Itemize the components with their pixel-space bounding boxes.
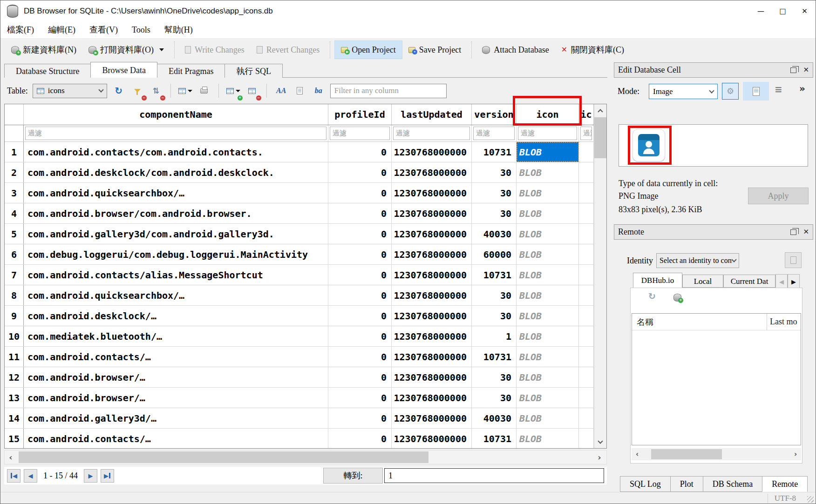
dictionary-button[interactable] (293, 83, 307, 99)
cell-lastUpdated[interactable]: 1230768000000 (392, 326, 472, 346)
previous-record-button[interactable]: ◀ (24, 469, 37, 483)
dock-tab-remote[interactable]: Remote (762, 476, 808, 492)
cell-extra[interactable] (579, 224, 594, 244)
menu-item-help[interactable]: 幫助(H) (164, 24, 193, 35)
cell-icon[interactable]: BLOB (517, 203, 579, 223)
tab-scroll-left-icon[interactable]: ◀ (775, 274, 788, 289)
encoding-label[interactable]: UTF-8 (768, 494, 796, 503)
remote-horizontal-scrollbar[interactable]: ‹ › (632, 448, 801, 460)
cell-lastUpdated[interactable]: 1230768000000 (392, 224, 472, 244)
cell-componentName[interactable]: com.android.gallery3d/com.android.galler… (24, 224, 328, 244)
global-filter-input[interactable] (330, 84, 447, 98)
cell-extra[interactable] (579, 388, 594, 408)
column-header-profileId[interactable]: profileId (328, 104, 392, 125)
tab-edit-pragmas[interactable]: Edit Pragmas (157, 64, 225, 78)
cell-profileId[interactable]: 0 (328, 224, 392, 244)
cell-componentName[interactable]: com.android.deskclock/… (24, 306, 328, 326)
save-project-button[interactable]: ▪ Save Project (402, 40, 467, 59)
cell-lastUpdated[interactable]: 1230768000000 (392, 183, 472, 203)
row-number[interactable]: 6 (5, 244, 24, 264)
table-row[interactable]: 15 com.android.contacts/… 0 123076800000… (5, 429, 594, 449)
cell-icon[interactable]: BLOB (517, 408, 579, 428)
cell-icon[interactable]: BLOB (517, 388, 579, 408)
remote-list-column-name[interactable]: 名稱 (632, 316, 767, 328)
tab-browse-data[interactable]: Browse Data (90, 62, 157, 78)
table-row[interactable]: 1 com.android.contacts/com.android.conta… (5, 142, 594, 162)
clear-sorting-button[interactable]: ⇅− (149, 83, 163, 99)
cell-profileId[interactable]: 0 (328, 162, 392, 182)
cell-version[interactable]: 10731 (472, 265, 517, 285)
tab-scroll-right-icon[interactable]: ▶ (788, 274, 800, 289)
cell-profileId[interactable]: 0 (328, 429, 392, 449)
row-number[interactable]: 2 (5, 162, 24, 182)
row-number[interactable]: 1 (5, 142, 24, 162)
row-number[interactable]: 5 (5, 224, 24, 244)
text-mode-button[interactable] (743, 82, 769, 101)
cell-extra[interactable] (579, 142, 594, 162)
cell-extra[interactable] (579, 285, 594, 305)
cell-componentName[interactable]: com.android.deskclock/com.android.deskcl… (24, 162, 328, 182)
row-number[interactable]: 9 (5, 306, 24, 326)
cell-lastUpdated[interactable]: 1230768000000 (392, 203, 472, 223)
attach-database-button[interactable]: Attach Database (476, 40, 555, 59)
table-row[interactable]: 2 com.android.deskclock/com.android.desk… (5, 162, 594, 183)
dock-tab-sql-log[interactable]: SQL Log (620, 476, 671, 492)
horizontal-scrollbar[interactable]: ‹ › (4, 450, 607, 464)
cell-componentName[interactable]: com.debug.loggerui/com.debug.loggerui.Ma… (24, 244, 328, 264)
cell-profileId[interactable]: 0 (328, 285, 392, 305)
cell-profileId[interactable]: 0 (328, 347, 392, 367)
cell-profileId[interactable]: 0 (328, 388, 392, 408)
open-database-button[interactable]: ▸ 打開資料庫(O) (82, 40, 170, 59)
scroll-left-icon[interactable]: ‹ (632, 448, 643, 460)
table-select[interactable]: icons (33, 84, 107, 98)
remote-tab-current-database[interactable]: Current Dat (723, 275, 775, 288)
cell-lastUpdated[interactable]: 1230768000000 (392, 429, 472, 449)
cell-lastUpdated[interactable]: 1230768000000 (392, 162, 472, 182)
cell-lastUpdated[interactable]: 1230768000000 (392, 388, 472, 408)
table-row[interactable]: 9 com.android.deskclock/… 0 123076800000… (5, 306, 594, 326)
cell-extra[interactable] (579, 265, 594, 285)
cell-lastUpdated[interactable]: 1230768000000 (392, 306, 472, 326)
column-header-extra[interactable]: ic (579, 104, 594, 125)
cell-extra[interactable] (579, 244, 594, 264)
table-row[interactable]: 11 com.android.contacts/… 0 123076800000… (5, 347, 594, 367)
minimize-button[interactable]: — (750, 0, 772, 21)
cell-icon[interactable]: BLOB (517, 162, 579, 182)
cell-componentName[interactable]: com.android.contacts/… (24, 347, 328, 367)
column-header-version[interactable]: version (472, 104, 517, 125)
vertical-scroll-thumb[interactable] (594, 117, 606, 158)
scroll-up-icon[interactable] (594, 104, 606, 117)
cell-extra[interactable] (579, 203, 594, 223)
open-database-dropdown-icon[interactable] (159, 48, 164, 51)
table-row[interactable]: 5 com.android.gallery3d/com.android.gall… (5, 224, 594, 244)
insert-record-dropdown-icon[interactable] (236, 90, 240, 92)
cell-profileId[interactable]: 0 (328, 306, 392, 326)
cell-extra[interactable] (579, 162, 594, 182)
table-row[interactable]: 8 com.android.quicksearchbox/… 0 1230768… (5, 285, 594, 306)
cell-icon[interactable]: BLOB (517, 326, 579, 346)
float-panel-icon[interactable] (790, 67, 796, 73)
cell-lastUpdated[interactable]: 1230768000000 (392, 265, 472, 285)
remote-refresh-icon[interactable]: ↻ (648, 292, 656, 301)
cell-profileId[interactable]: 0 (328, 142, 392, 162)
tab-execute-sql[interactable]: 執行 SQL (224, 64, 283, 78)
row-number[interactable]: 14 (5, 408, 24, 428)
table-row[interactable]: 4 com.android.browser/com.android.browse… (5, 203, 594, 224)
cell-version[interactable]: 10731 (472, 429, 517, 449)
cell-version[interactable]: 40030 (472, 408, 517, 428)
cell-version[interactable]: 30 (472, 306, 517, 326)
goto-button[interactable]: 轉到: (323, 468, 383, 484)
cell-extra[interactable] (579, 408, 594, 428)
cell-version[interactable]: 60000 (472, 244, 517, 264)
table-row[interactable]: 14 com.android.gallery3d/… 0 12307680000… (5, 408, 594, 429)
clear-filters-button[interactable]: − (130, 83, 144, 99)
close-panel-icon[interactable]: ✕ (803, 228, 809, 235)
maximize-button[interactable]: □ (772, 0, 794, 21)
filter-componentName-input[interactable] (25, 127, 326, 140)
cell-version[interactable]: 30 (472, 183, 517, 203)
save-table-dropdown-icon[interactable] (188, 90, 192, 92)
close-panel-icon[interactable]: ✕ (803, 67, 809, 74)
horizontal-scroll-thumb[interactable] (19, 451, 428, 463)
column-header-componentName[interactable]: componentName (24, 104, 328, 125)
open-project-button[interactable]: ▸ Open Project (334, 40, 402, 59)
